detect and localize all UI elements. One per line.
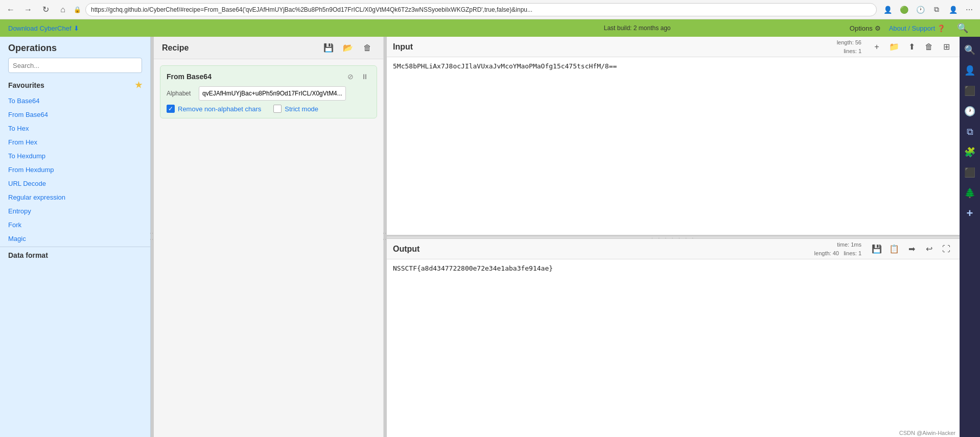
right-icon-bar: 🔍 👤 ⬛ 🕐 ⧉ 🧩 ⬛ 🌲 + [960,37,980,437]
input-header: Input length: 56 lines: 1 + 📁 ⬆ 🗑 ⊞ [387,37,960,57]
right-person-button[interactable]: 👤 [961,61,979,80]
sidebar-item-from-hexdump[interactable]: From Hexdump [0,163,150,177]
extension1-button[interactable]: 🕐 [914,3,927,16]
about-label: About / Support [889,25,935,32]
output-save-button[interactable]: 💾 [870,242,884,256]
sidebar-title: Operations [8,43,142,54]
extension-on-button[interactable]: 🟢 [897,3,911,16]
main-layout: Operations Favourites ★ To Base64 From B… [0,37,980,437]
refresh-button[interactable]: ↻ [39,3,52,16]
operation-disable-button[interactable]: ⊘ [345,71,356,82]
alphabet-label: Alphabet [167,90,195,97]
right-window-button[interactable]: ⧉ [961,123,979,141]
output-copy-button[interactable]: 📋 [887,242,901,256]
input-toolbar: + 📁 ⬆ 🗑 ⊞ [870,40,953,54]
input-add-button[interactable]: + [870,40,884,54]
alphabet-select[interactable]: qvEJAfHmUYjBac+u8Ph5n9Od17FrICL/X0gVtM4.… [199,86,346,101]
output-title: Output [393,245,419,254]
notification-bar: Download CyberChef ⬇ Last build: 2 month… [0,19,980,37]
sidebar-header: Operations [0,37,150,77]
input-length-label: length: [837,39,854,45]
about-support-link[interactable]: About / Support ❓ [889,25,945,32]
user-profile-button[interactable]: 👤 [881,3,894,16]
browser-bar: ← → ↻ ⌂ 🔒 👤 🟢 🕐 ⧉ 👤 ⋯ [0,0,980,19]
sidebar-item-magic[interactable]: Magic [0,232,150,246]
url-bar[interactable] [85,3,877,16]
operation-pause-button[interactable]: ⏸ [359,71,370,82]
strict-mode-checkbox[interactable]: Strict mode [273,105,318,113]
output-time-label: time: [837,241,849,248]
recipe-open-button[interactable]: 📂 [340,40,356,56]
checkbox-row: ✓ Remove non-alphabet chars Strict mode [167,105,370,113]
profile-avatar-button[interactable]: 👤 [946,3,960,16]
output-section: Output time: 1ms length: 40 lines: 1 💾 📋 [387,239,960,437]
back-button[interactable]: ← [4,3,17,16]
input-textarea[interactable] [387,57,960,235]
input-grid-button[interactable]: ⊞ [939,40,953,54]
input-section: Input length: 56 lines: 1 + 📁 ⬆ 🗑 ⊞ [387,37,960,236]
sidebar-item-to-base64[interactable]: To Base64 [0,94,150,108]
io-panel: Input length: 56 lines: 1 + 📁 ⬆ 🗑 ⊞ [387,37,960,437]
search-input[interactable] [8,58,142,73]
strict-mode-check-icon [273,105,282,113]
right-clock-button[interactable]: 🕐 [961,102,979,120]
recipe-title: Recipe [162,43,189,53]
sidebar-item-from-base64[interactable]: From Base64 [0,108,150,122]
options-label: Options [850,25,873,32]
output-lines-label: lines: [844,250,857,256]
recipe-operation-from-base64: From Base64 ⊘ ⏸ Alphabet qvEJAfHmUYjBac+… [160,65,377,118]
output-expand-button[interactable]: ⛶ [939,242,953,256]
output-content: NSSCTF{a8d4347722800e72e34e1aba3fe914ae} [387,259,960,429]
output-undo-button[interactable]: ↩ [922,242,936,256]
recipe-clear-button[interactable]: 🗑 [360,40,375,56]
input-lines-value: 1 [858,48,861,54]
favourites-header: Favourites ★ [8,80,142,90]
sidebar-item-from-hex[interactable]: From Hex [0,135,150,149]
extension2-button[interactable]: ⧉ [930,3,943,16]
recipe-panel: Recipe 💾 📂 🗑 From Base64 ⊘ ⏸ Alphabet [154,37,384,437]
alphabet-row: Alphabet qvEJAfHmUYjBac+u8Ph5n9Od17FrICL… [167,86,370,101]
right-search-button[interactable]: 🔍 [961,41,979,59]
sidebar-item-fork[interactable]: Fork [0,218,150,232]
recipe-toolbar: 💾 📂 🗑 [321,40,375,56]
operation-header: From Base64 ⊘ ⏸ [167,71,370,82]
output-time-value: 1ms [851,241,861,248]
question-icon: ❓ [937,25,945,32]
gear-icon: ⚙ [875,25,881,32]
input-clear-button[interactable]: 🗑 [922,40,936,54]
input-upload-button[interactable]: ⬆ [904,40,919,54]
sidebar-item-regular-expression[interactable]: Regular expression [0,190,150,204]
sidebar-item-to-hexdump[interactable]: To Hexdump [0,149,150,163]
remove-non-alphabet-checkbox[interactable]: ✓ Remove non-alphabet chars [167,105,261,113]
favourites-label: Favourites [8,81,44,89]
global-search-icon[interactable]: 🔍 [953,19,972,37]
download-cyberchef-link[interactable]: Download CyberChef ⬇ [8,25,79,32]
remove-non-alphabet-label: Remove non-alphabet chars [178,105,261,113]
right-office-button[interactable]: ⬛ [961,163,979,182]
sidebar-item-url-decode[interactable]: URL Decode [0,177,150,190]
home-button[interactable]: ⌂ [56,3,69,16]
right-plus-button[interactable]: + [961,204,979,223]
input-title: Input [393,42,413,52]
output-lines-value: 1 [858,250,861,256]
input-length-value: 56 [855,39,861,45]
sidebar-item-entropy[interactable]: Entropy [0,204,150,218]
alphabet-select-wrapper: qvEJAfHmUYjBac+u8Ph5n9Od17FrICL/X0gVtM4.… [199,86,370,101]
right-toggle-button[interactable]: ⬛ [961,82,979,100]
output-header-right: time: 1ms length: 40 lines: 1 💾 📋 ➡ ↩ ⛶ [814,240,953,257]
more-button[interactable]: ⋯ [963,3,976,16]
footer-text: CSDN @Aiwin-Hacker [387,429,960,437]
sidebar-item-to-hex[interactable]: To Hex [0,122,150,135]
input-open-folder-button[interactable]: 📁 [887,40,901,54]
right-puzzle-button[interactable]: 🧩 [961,143,979,161]
options-button[interactable]: Options ⚙ [850,25,881,32]
output-send-button[interactable]: ➡ [904,242,919,256]
forward-button[interactable]: → [21,3,35,16]
sidebar: Operations Favourites ★ To Base64 From B… [0,37,151,437]
recipe-content: From Base64 ⊘ ⏸ Alphabet qvEJAfHmUYjBac+… [154,59,383,437]
operation-title: From Base64 [167,72,212,81]
recipe-save-button[interactable]: 💾 [321,40,336,56]
sidebar-data-format-title: Data format [0,248,150,262]
right-tree-button[interactable]: 🌲 [961,184,979,202]
remove-non-alphabet-check-icon: ✓ [167,105,175,113]
